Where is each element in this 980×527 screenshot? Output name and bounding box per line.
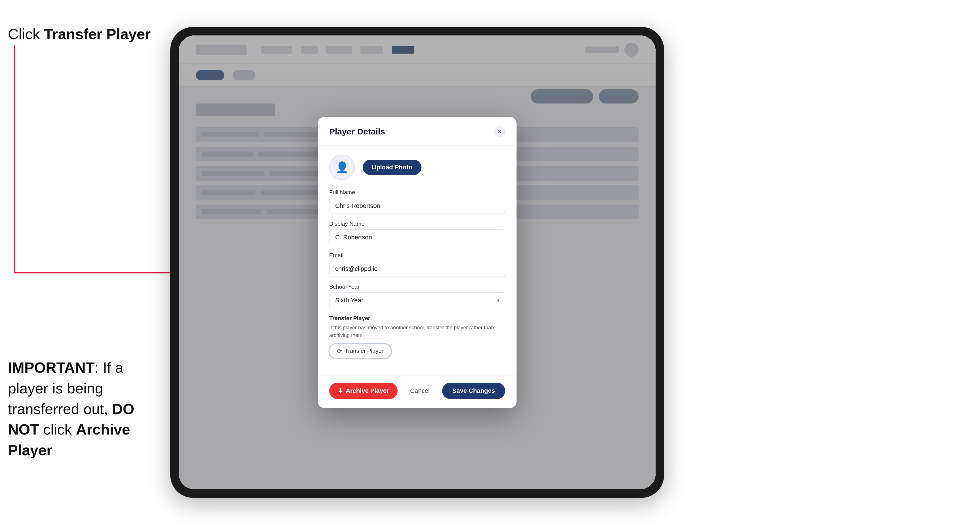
- display-name-group: Display Name: [329, 221, 505, 245]
- modal-footer: ⬇ Archive Player Cancel Save Changes: [318, 376, 517, 408]
- tablet-device: Player Details × 👤 Upload Photo Full Nam: [170, 27, 664, 498]
- archive-player-button[interactable]: ⬇ Archive Player: [329, 383, 398, 399]
- school-year-select[interactable]: Sixth Year First Year Second Year Third …: [329, 292, 505, 308]
- transfer-player-label: Transfer Player: [345, 348, 383, 354]
- display-name-input[interactable]: [329, 229, 505, 245]
- archive-icon: ⬇: [338, 387, 343, 395]
- modal-close-button[interactable]: ×: [494, 126, 505, 137]
- email-group: Email: [329, 252, 505, 277]
- instruction-top-bold: Transfer Player: [44, 26, 151, 42]
- modal-header: Player Details ×: [318, 117, 517, 146]
- upload-photo-button[interactable]: Upload Photo: [363, 160, 422, 175]
- instruction-top: Click Transfer Player: [8, 25, 151, 43]
- player-details-modal: Player Details × 👤 Upload Photo Full Nam: [318, 117, 517, 408]
- transfer-section-desc: If this player has moved to another scho…: [329, 324, 505, 339]
- transfer-icon: ⟳: [337, 348, 342, 355]
- footer-right: Cancel Save Changes: [404, 383, 505, 399]
- email-label: Email: [329, 252, 505, 259]
- email-input[interactable]: [329, 261, 505, 277]
- modal-overlay: Player Details × 👤 Upload Photo Full Nam: [179, 35, 655, 489]
- modal-title: Player Details: [329, 127, 385, 137]
- modal-body: 👤 Upload Photo Full Name Display Name: [318, 146, 517, 376]
- instruction-end: click: [39, 421, 76, 438]
- transfer-section: Transfer Player If this player has moved…: [329, 315, 505, 359]
- archive-player-label: Archive Player: [346, 387, 389, 395]
- person-icon: 👤: [336, 161, 349, 174]
- display-name-label: Display Name: [329, 221, 505, 227]
- photo-section: 👤 Upload Photo: [329, 155, 505, 180]
- school-year-group: School Year Sixth Year First Year Second…: [329, 284, 505, 308]
- full-name-label: Full Name: [329, 189, 505, 196]
- transfer-player-button[interactable]: ⟳ Transfer Player: [329, 344, 391, 359]
- cancel-button[interactable]: Cancel: [404, 383, 435, 399]
- full-name-group: Full Name: [329, 189, 505, 214]
- instruction-important: IMPORTANT: [8, 359, 94, 376]
- arrow-vertical: [14, 45, 15, 272]
- full-name-input[interactable]: [329, 198, 505, 214]
- save-changes-button[interactable]: Save Changes: [442, 383, 505, 399]
- photo-placeholder: 👤: [329, 155, 355, 180]
- instruction-top-text: Click: [8, 26, 44, 42]
- instruction-bottom: IMPORTANT: If a player is being transfer…: [8, 357, 156, 460]
- tablet-screen: Player Details × 👤 Upload Photo Full Nam: [179, 35, 655, 489]
- transfer-section-label: Transfer Player: [329, 315, 505, 322]
- school-year-label: School Year: [329, 284, 505, 290]
- school-year-select-wrapper: Sixth Year First Year Second Year Third …: [329, 292, 505, 308]
